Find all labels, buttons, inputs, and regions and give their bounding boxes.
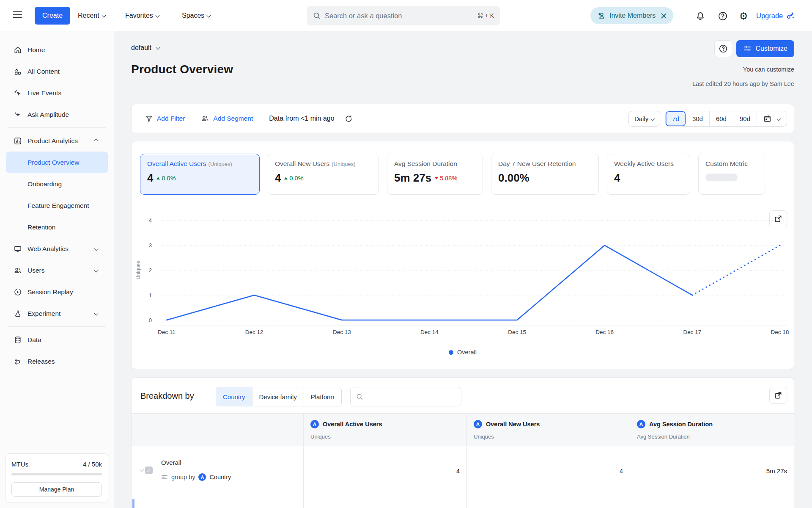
mtus-usage-card: MTUs 4 / 50k Manage Plan: [5, 453, 108, 503]
sidebar-item-home[interactable]: Home: [0, 39, 114, 61]
metric-title: Avg Session Duration: [394, 160, 457, 167]
breakdown-card: Breakdown by Country Device family Platf…: [131, 377, 794, 508]
top-nav: Create Recent Favorites Spaces Search or…: [0, 0, 812, 31]
sidebar-item-session-replay[interactable]: Session Replay: [0, 281, 114, 303]
tab-country[interactable]: Country: [216, 387, 252, 406]
column-subtitle: Uniques: [474, 433, 494, 440]
page-title: Product Overview: [131, 63, 233, 76]
mtus-label: MTUs: [11, 461, 28, 468]
table-header-row: AOverall Active Users Uniques AOverall N…: [132, 414, 794, 446]
metric-cards: Overall Active Users(Uniques) 4 0.0% Ove…: [140, 154, 765, 195]
settings-gear-icon[interactable]: ⚙: [739, 11, 749, 21]
metric-card-overall-new-users[interactable]: Overall New Users(Uniques) 4 0.0%: [268, 154, 379, 195]
sidebar-item-releases[interactable]: Releases: [0, 351, 114, 372]
sidebar-item-label: Session Replay: [27, 288, 73, 296]
play-circle-icon: [14, 288, 22, 296]
workspace-selector[interactable]: default: [131, 44, 159, 52]
range-60d[interactable]: 60d: [710, 111, 733, 126]
chevron-up-icon: [94, 139, 99, 143]
metric-value: 4: [147, 171, 153, 185]
help-icon[interactable]: [718, 11, 728, 21]
close-icon[interactable]: [661, 13, 667, 19]
add-filter-label: Add Filter: [157, 115, 185, 122]
sidebar-subitem-label: Onboarding: [27, 180, 62, 188]
column-subtitle: Avg Session Duration: [637, 433, 690, 440]
metric-card-overall-active-users[interactable]: Overall Active Users(Uniques) 4 0.0%: [140, 154, 260, 195]
sidebar-item-onboarding[interactable]: Onboarding: [0, 173, 114, 195]
chevron-down-icon: [651, 116, 655, 121]
sidebar-item-product-analytics[interactable]: Product Analytics: [0, 130, 114, 152]
sidebar-item-web-analytics[interactable]: Web Analytics: [0, 238, 114, 260]
table-row-singapore: Singapore 2 2 22s: [132, 496, 794, 508]
breakdown-search-input[interactable]: [350, 387, 461, 406]
table-header-avg-session-duration[interactable]: AAvg Session Duration Avg Session Durati…: [630, 414, 794, 446]
add-segment-button[interactable]: Add Segment: [201, 114, 253, 123]
group-by-control[interactable]: group by A Country: [161, 473, 231, 481]
cursor-sparks-icon: [14, 89, 22, 97]
metric-card-weekly-active-users[interactable]: Weekly Active Users 4: [607, 154, 690, 195]
metric-card-custom-metric[interactable]: Custom Metric: [698, 154, 765, 195]
range-90d[interactable]: 90d: [733, 111, 757, 126]
sidebar-item-experiment[interactable]: Experiment: [0, 303, 114, 324]
group-by-icon: [161, 474, 168, 480]
chevron-down-icon: [94, 312, 99, 316]
table-header-overall-active-users[interactable]: AOverall Active Users Uniques: [304, 414, 467, 446]
granularity-select[interactable]: Daily: [628, 111, 660, 127]
metric-card-day7-retention[interactable]: Day 7 New User Retention 0.00%: [491, 154, 599, 195]
svg-text:Uniques: Uniques: [135, 261, 141, 279]
create-button[interactable]: Create: [35, 7, 70, 25]
sidebar-item-label: Live Events: [27, 89, 61, 97]
search-icon: [356, 393, 363, 400]
metric-suffix: (Uniques): [208, 161, 232, 167]
metric-value: 4: [275, 171, 281, 185]
cell-value: 4: [620, 467, 623, 475]
tab-device-family[interactable]: Device family: [252, 387, 304, 406]
workspace-name: default: [131, 44, 151, 51]
last-edited-text: Last edited 20 hours ago by Sam Lee: [692, 80, 794, 87]
row-checkbox-checked[interactable]: ✓: [145, 467, 153, 474]
metric-title: Custom Metric: [705, 160, 748, 167]
customize-button[interactable]: Customize: [736, 40, 794, 57]
add-filter-button[interactable]: Add Filter: [145, 115, 185, 123]
manage-plan-button[interactable]: Manage Plan: [11, 482, 102, 497]
refresh-icon[interactable]: [345, 115, 353, 123]
svg-text:3: 3: [149, 242, 152, 248]
breakdown-export-button[interactable]: [769, 387, 787, 404]
sidebar-item-live-events[interactable]: Live Events: [0, 82, 114, 104]
sidebar-divider: [8, 127, 106, 128]
calendar-picker[interactable]: [757, 111, 787, 126]
range-30d[interactable]: 30d: [686, 111, 710, 126]
sidebar-item-retention[interactable]: Retention: [0, 216, 114, 238]
line-chart[interactable]: 43210UniquesDec 11Dec 12Dec 13Dec 14Dec …: [132, 210, 794, 342]
tab-platform[interactable]: Platform: [304, 387, 341, 406]
help-button[interactable]: [714, 40, 732, 57]
favorites-menu[interactable]: Favorites: [125, 0, 159, 31]
sidebar-item-product-overview[interactable]: Product Overview: [6, 152, 108, 173]
hamburger-menu-icon[interactable]: [13, 11, 22, 20]
sidebar-item-users[interactable]: Users: [0, 260, 114, 281]
metric-card-avg-session-duration[interactable]: Avg Session Duration 5m 27s 5.88%: [387, 154, 483, 195]
chart-card: Overall Active Users(Uniques) 4 0.0% Ove…: [131, 141, 794, 369]
spaces-menu[interactable]: Spaces: [182, 0, 210, 31]
notifications-bell-icon[interactable]: [695, 11, 705, 21]
invite-members-button[interactable]: Invite Members: [590, 7, 673, 24]
range-7d[interactable]: 7d: [666, 111, 686, 126]
recent-menu[interactable]: Recent: [78, 0, 105, 31]
sidebar: Home All Content Live Events Ask Amplitu…: [0, 31, 114, 508]
sidebar-item-all-content[interactable]: All Content: [0, 61, 114, 82]
table-row-overall: ✓ Overall group by A Country 4 4 5m 27s: [132, 446, 794, 496]
data-freshness-text: Data from <1 min ago: [269, 115, 334, 122]
arrow-up-icon: [284, 177, 288, 179]
sidebar-item-data[interactable]: Data: [0, 329, 114, 351]
svg-text:Dec 15: Dec 15: [508, 329, 526, 335]
column-subtitle: Uniques: [310, 433, 331, 440]
table-header-overall-new-users[interactable]: AOverall New Users Uniques: [467, 414, 630, 446]
search-input[interactable]: Search or ask a question ⌘ + K: [307, 6, 500, 25]
chevron-down-icon[interactable]: [140, 468, 144, 472]
upgrade-link[interactable]: Upgrade: [756, 0, 795, 31]
sidebar-item-label: Home: [27, 46, 45, 54]
svg-text:4: 4: [149, 217, 152, 224]
search-placeholder: Search or ask a question: [325, 12, 477, 20]
sidebar-item-ask-amplitude[interactable]: Ask Amplitude: [0, 104, 114, 125]
sidebar-item-feature-engagement[interactable]: Feature Engagement: [0, 195, 114, 216]
